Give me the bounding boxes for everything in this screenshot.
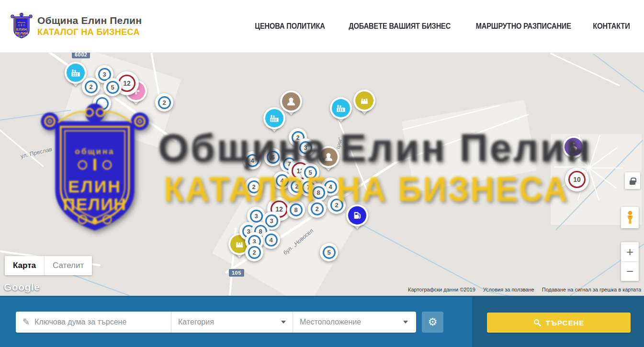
cluster-marker[interactable]	[93, 94, 111, 112]
pencil-icon: ✎	[23, 317, 30, 327]
cluster-count: 5	[323, 246, 336, 259]
pin-factory[interactable]	[65, 62, 87, 84]
cluster-marker[interactable]: 2	[308, 200, 326, 218]
cluster-marker[interactable]: 10	[565, 168, 589, 191]
cluster-marker[interactable]: 2	[328, 196, 346, 214]
svg-text:ЕЛИН: ЕЛИН	[16, 28, 27, 32]
category-select[interactable]: Категория	[171, 312, 293, 333]
svg-text:община: община	[18, 22, 26, 23]
map-type-map-button[interactable]: Карта	[5, 256, 44, 275]
keyword-field[interactable]: ✎	[16, 312, 171, 333]
nav-add-your-business[interactable]: ДОБАВЕТЕ ВАШИЯТ БИЗНЕС	[349, 22, 451, 31]
cluster-count: 2	[158, 96, 171, 109]
cluster-marker[interactable]: 8	[287, 201, 305, 219]
pin-factory[interactable]	[330, 97, 352, 119]
advanced-settings-button[interactable]: ⚙	[422, 312, 443, 333]
header: община ЕЛИН ПЕЛИН Община Елин Пелин КАТА…	[0, 0, 644, 53]
cluster-marker[interactable]: 6	[264, 148, 282, 166]
map-type-satellite-button[interactable]: Сателит	[44, 256, 92, 275]
road-number-badge: 105	[229, 269, 244, 277]
svg-text:ЕЛИН: ЕЛИН	[68, 177, 121, 196]
location-select-label: Местоположение	[300, 318, 361, 326]
map-urban-block	[402, 100, 537, 192]
street-view-pegman[interactable]	[621, 207, 639, 228]
zoom-in-button[interactable]: +	[621, 242, 639, 262]
map-road	[0, 129, 44, 167]
street-name-label: ул. Преслав	[20, 146, 53, 160]
fuel-icon	[348, 206, 366, 224]
cluster-count: 5	[304, 166, 317, 179]
cluster-count: 3	[299, 141, 312, 154]
cluster-count: 6	[267, 151, 280, 164]
pin-factory[interactable]	[263, 107, 285, 129]
cluster-marker[interactable]: 2	[245, 243, 263, 261]
cluster-marker[interactable]: 2	[155, 93, 173, 112]
cluster-count: 4	[276, 174, 289, 187]
map-road	[554, 167, 589, 168]
cluster-marker[interactable]: 2	[245, 178, 263, 196]
cluster-count: 2	[248, 180, 260, 193]
cluster-count: 4	[246, 154, 259, 167]
pin-church[interactable]	[563, 136, 585, 158]
search-bar: ✎ Категория Местоположение ⚙ ТЪРСЕНЕ	[0, 296, 644, 347]
nav-route-schedule[interactable]: МАРШРУТНО РАЗПИСАНИЕ	[475, 22, 571, 31]
attribution-copyright: Картографски данни ©2019	[408, 287, 475, 292]
site-subtitle: КАТАЛОГ НА БИЗНЕСА	[37, 27, 142, 37]
cluster-marker[interactable]: 8	[309, 183, 328, 201]
map-road	[589, 168, 623, 168]
municipality-crest-icon: община ЕЛИН ПЕЛИН	[11, 12, 33, 40]
cluster-count: 3	[250, 210, 263, 223]
worker-icon	[319, 148, 338, 166]
cluster-marker[interactable]: 4	[262, 231, 280, 249]
cluster-count: 4	[265, 234, 278, 246]
search-button-label: ТЪРСЕНЕ	[546, 319, 585, 327]
pegman-icon	[624, 210, 636, 225]
attribution-report-error-link[interactable]: Подаване на сигнал за грешка в картата	[542, 287, 641, 292]
location-select[interactable]: Местоположение	[293, 312, 415, 333]
map-road	[550, 53, 620, 86]
search-button[interactable]: ТЪРСЕНЕ	[487, 313, 631, 333]
cluster-count: 2	[248, 246, 261, 259]
road-number-badge: 6002	[72, 53, 90, 58]
padlock-icon	[630, 180, 635, 185]
cluster-marker[interactable]: 5	[320, 243, 338, 261]
map-river	[361, 224, 488, 292]
category-select-label: Категория	[178, 318, 214, 326]
svg-text:ПЕЛИН: ПЕЛИН	[15, 31, 28, 35]
bag-icon	[355, 91, 373, 110]
svg-text:ПЕЛИН: ПЕЛИН	[63, 195, 127, 214]
map-attribution: Картографски данни ©2019 Условия за полз…	[408, 287, 641, 292]
lock-control[interactable]	[625, 172, 640, 189]
search-icon	[533, 319, 541, 326]
gear-icon: ⚙	[428, 316, 438, 328]
map-canvas[interactable]: 6002105ул. Преславбул. „Новоселции“ 3122…	[0, 53, 644, 296]
zoom-out-button[interactable]: −	[621, 262, 639, 281]
cluster-marker[interactable]: 3	[296, 138, 315, 157]
pin-bag[interactable]	[353, 90, 375, 112]
site-logo[interactable]: община ЕЛИН ПЕЛИН Община Елин Пелин КАТА…	[0, 12, 142, 40]
zoom-control: + −	[621, 242, 639, 281]
nav-contacts[interactable]: КОНТАКТИ	[593, 22, 630, 31]
cluster-count: 2	[85, 80, 98, 93]
attribution-terms-link[interactable]: Условия за ползване	[483, 287, 534, 292]
nav-pricing-policy[interactable]: ЦЕНОВА ПОЛИТИКА	[255, 22, 325, 31]
church-icon	[565, 138, 583, 156]
keyword-input[interactable]	[34, 318, 171, 326]
map-type-toggle: Карта Сателит	[5, 256, 92, 275]
chevron-down-icon	[281, 321, 286, 324]
cluster-count: 2	[330, 199, 343, 212]
cluster-count: 8	[290, 203, 303, 216]
site-title: Община Елин Пелин	[37, 15, 142, 26]
google-logo[interactable]: Google	[4, 281, 40, 293]
main-nav: ЦЕНОВА ПОЛИТИКА ДОБАВЕТЕ ВАШИЯТ БИЗНЕС М…	[252, 22, 644, 31]
cluster-count: 10	[568, 171, 586, 188]
factory-icon	[332, 99, 350, 117]
factory-icon	[67, 64, 85, 82]
cluster-marker[interactable]: 5	[103, 78, 122, 96]
cluster-marker[interactable]: 4	[243, 151, 261, 169]
pin-worker[interactable]	[317, 146, 339, 168]
pin-fuel[interactable]	[346, 204, 368, 226]
cluster-count: 2	[311, 202, 324, 215]
search-fields: ✎ Категория Местоположение	[16, 312, 416, 333]
cluster-marker[interactable]: 2	[82, 78, 100, 96]
